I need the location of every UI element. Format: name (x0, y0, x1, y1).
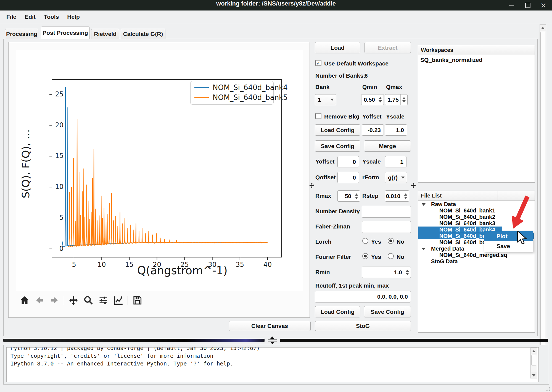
use-default-workspace-label: Use Default Workspace (324, 60, 389, 67)
subplots-icon[interactable] (98, 295, 109, 306)
menu-help[interactable]: Help (63, 14, 84, 20)
window-scrollbar[interactable] (540, 24, 546, 383)
rmin-value: 1.0 (362, 267, 404, 278)
fourier-no-radio[interactable] (388, 253, 394, 259)
tree-item-label: Merged Data (431, 246, 464, 252)
y-tick-label: 25 (44, 90, 64, 98)
scrollbar-thumb[interactable] (531, 355, 536, 365)
load-button[interactable]: Load (315, 42, 360, 53)
lorch-label: Lorch (315, 238, 331, 245)
status-bar (0, 385, 552, 392)
load-config-button[interactable]: Load Config (315, 124, 360, 136)
scroll-up-icon[interactable] (531, 348, 537, 354)
load-config-button-2[interactable]: Load Config (315, 306, 360, 317)
bkg-yoffset-field[interactable]: -0.23 (362, 124, 384, 136)
rstep-value: 0.010 (385, 191, 402, 201)
scroll-up-icon[interactable] (540, 25, 546, 31)
plot-canvas[interactable]: 0510152025 510152025303540 S(Q), F(Q), .… (16, 50, 303, 291)
splitter-handle-icon[interactable] (410, 182, 416, 188)
splitter-handle-icon[interactable] (309, 182, 315, 188)
spin-buttons[interactable] (400, 94, 407, 105)
bkg-yscale-field[interactable]: 1.0 (385, 124, 407, 136)
close-button[interactable]: × (537, 1, 550, 10)
merge-button[interactable]: Merge (364, 140, 411, 152)
qmax-spinbox[interactable]: 1.75 (385, 94, 408, 105)
tab-processing[interactable]: Processing (5, 29, 38, 39)
fourier-yes-radio[interactable] (362, 253, 368, 259)
splitter-grip-icon[interactable] (266, 336, 279, 345)
series-NOM_Si_640d_bank5 (68, 119, 268, 247)
rstep-spinbox[interactable]: 0.010 (385, 190, 409, 202)
spin-buttons[interactable] (402, 191, 409, 201)
faber-ziman-field[interactable] (362, 221, 411, 233)
horizontal-splitter[interactable] (3, 339, 265, 342)
lorch-yes-radio[interactable] (362, 238, 368, 244)
save-icon[interactable] (132, 295, 143, 306)
rcutoff-field[interactable]: 0.0, 0.0, 0.0 (315, 291, 411, 302)
scrollbar-thumb[interactable] (540, 32, 545, 377)
resize-grip-icon[interactable] (544, 386, 550, 391)
legend-line-sample (194, 87, 209, 88)
matplotlib-toolbar (19, 294, 143, 306)
workspaces-header[interactable]: Workspaces (418, 45, 535, 55)
rmax-spinbox[interactable]: 50 (337, 190, 360, 202)
stog-button[interactable]: StoG (315, 321, 411, 331)
spin-buttons[interactable] (404, 267, 411, 278)
tree-row-nom-si-640d-merged-sq[interactable]: NOM_Si_640d_merged.sq (418, 252, 534, 258)
yoffset-field[interactable]: 0 (337, 156, 359, 167)
use-default-workspace-checkbox[interactable]: ✓ (315, 60, 321, 66)
workspace-item[interactable]: SQ_banks_normalized (418, 55, 535, 65)
minimize-button[interactable] (505, 1, 518, 10)
menu-file[interactable]: File (2, 14, 20, 20)
menu-edit[interactable]: Edit (20, 14, 40, 20)
rform-dropdown[interactable]: g(r) (385, 172, 407, 183)
tree-row-stog-data[interactable]: StoG Data (418, 258, 534, 265)
fourier-filter-label: Fourier Filter (315, 254, 351, 260)
maximize-button[interactable] (521, 1, 534, 10)
save-config-button[interactable]: Save Config (315, 140, 360, 152)
tree-expander-icon[interactable] (422, 203, 426, 206)
title-bar: working folder: /SNS/users/y8z/Dev/addie… (0, 0, 552, 10)
bank-label: Bank (315, 84, 329, 90)
tree-item-label: NOM_Si_640d_merged.sq (439, 252, 507, 258)
zoom-icon[interactable] (83, 295, 94, 306)
forward-icon[interactable] (49, 295, 60, 306)
home-icon[interactable] (19, 295, 30, 306)
clear-canvas-button[interactable]: Clear Canvas (229, 321, 311, 331)
pan-icon[interactable] (68, 295, 79, 306)
horizontal-splitter[interactable] (280, 339, 548, 342)
save-config-button-2[interactable]: Save Config (364, 306, 411, 317)
extract-button[interactable]: Extract (365, 42, 411, 53)
fourier-no-label: No (397, 254, 404, 260)
cursor-icon (517, 231, 530, 245)
tab-calculate-g-r-[interactable]: Calculate G(R) (121, 29, 165, 39)
scroll-down-icon[interactable] (531, 372, 537, 379)
remove-bkg-checkbox[interactable] (315, 113, 321, 119)
legend-entry: NOM_Si_640d_bank4 (194, 84, 288, 91)
qoffset-field[interactable]: 0 (337, 172, 359, 183)
bank-dropdown[interactable]: 1 (315, 94, 336, 105)
customize-icon[interactable] (113, 295, 124, 306)
tree-item-label: Raw Data (431, 201, 456, 207)
rmax-label: Rmax (315, 193, 331, 199)
back-icon[interactable] (34, 295, 45, 306)
console-scrollbar[interactable] (530, 348, 537, 378)
toolbar-separator (128, 296, 128, 305)
console[interactable]: In [1]: Python 3.10.12 | packaged by con… (6, 347, 539, 382)
rmax-value: 50 (338, 191, 353, 201)
lorch-no-radio[interactable] (388, 238, 394, 244)
yscale-label: Yscale (362, 158, 381, 165)
spin-buttons[interactable] (353, 191, 360, 201)
spin-buttons[interactable] (377, 94, 384, 105)
tab-rietveld[interactable]: Rietveld (91, 29, 119, 39)
tab-post-processing[interactable]: Post Processing (41, 27, 90, 39)
console-line: Type 'copyright', 'credits' or 'license'… (10, 352, 213, 360)
menu-tools[interactable]: Tools (40, 14, 63, 20)
rmin-spinbox[interactable]: 1.0 (362, 267, 411, 278)
tree-expander-icon[interactable] (422, 248, 426, 250)
console-prompt: In [1]: (10, 375, 60, 382)
y-tick-label: 20 (44, 121, 64, 129)
number-density-field[interactable] (362, 206, 411, 218)
yscale-field[interactable]: 1 (385, 156, 406, 167)
qmin-spinbox[interactable]: 0.50 (361, 94, 384, 105)
